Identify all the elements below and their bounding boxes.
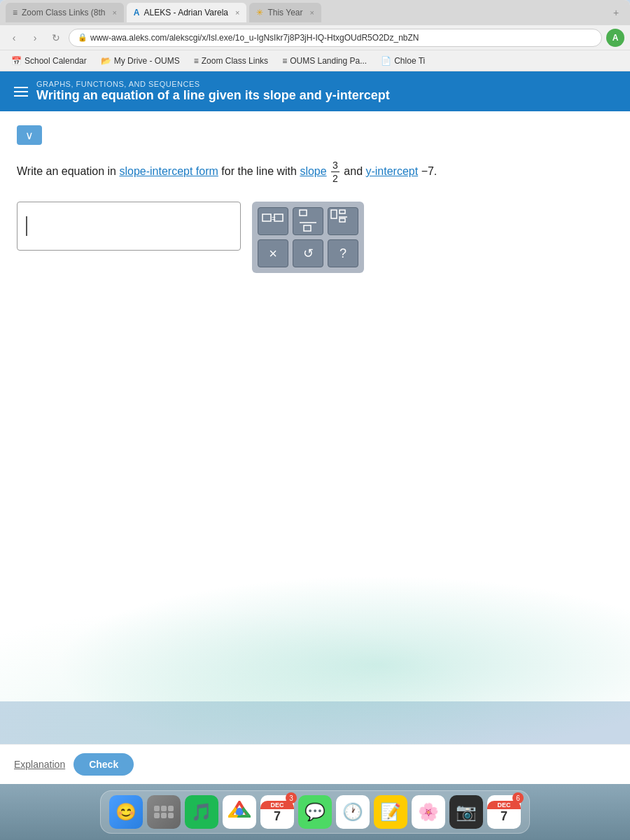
math-keyboard: = — [252, 202, 364, 273]
bookmark-icon-2: 📂 — [101, 56, 111, 66]
dock-spotify[interactable]: 🎵 — [185, 795, 218, 829]
problem-intercept-value: −7. — [421, 165, 438, 177]
tab-label-2: ALEKS - Adrian Varela — [144, 8, 229, 18]
slope-intercept-form-link[interactable]: slope-intercept form — [119, 165, 218, 177]
dock-photos[interactable]: 🌸 — [412, 795, 445, 829]
text-cursor — [26, 216, 27, 236]
decorative-background — [0, 560, 630, 701]
tab-close-1[interactable]: × — [112, 8, 116, 17]
bookmarks-bar: 📅 School Calendar 📂 My Drive - OUMS ≡ Zo… — [0, 50, 630, 71]
dock: 😊 🎵 3 — [100, 790, 530, 834]
date-badge: 6 — [512, 792, 524, 804]
problem-and: and — [344, 165, 365, 177]
dock-launchpad[interactable] — [147, 795, 181, 829]
problem-text: Write an equation in slope-intercept for… — [17, 159, 613, 185]
equation-key[interactable]: = — [258, 207, 288, 235]
dock-finder[interactable]: 😊 — [109, 795, 143, 829]
tab-close-3[interactable]: × — [310, 8, 314, 17]
finder-icon: 😊 — [115, 802, 136, 822]
answer-box[interactable] — [17, 202, 241, 251]
bookmark-my-drive[interactable]: 📂 My Drive - OUMS — [95, 55, 186, 67]
answer-section: = — [17, 202, 613, 273]
browser-window: ≡ Zoom Class Links (8th × A ALEKS - Adri… — [0, 0, 630, 701]
spotify-icon: 🎵 — [191, 802, 212, 822]
lock-icon: 🔒 — [78, 33, 88, 42]
tab-label-3: This Year — [267, 8, 302, 18]
tab-bar: ≡ Zoom Class Links (8th × A ALEKS - Adri… — [0, 0, 630, 25]
bookmark-label-1: School Calendar — [24, 56, 87, 66]
hamburger-menu[interactable] — [14, 87, 28, 97]
undo-key[interactable]: ↺ — [293, 239, 323, 267]
slope-link[interactable]: slope — [300, 165, 326, 177]
problem-area: ∨ Write an equation in slope-intercept f… — [0, 111, 630, 308]
mixed-fraction-key[interactable] — [328, 207, 358, 235]
dock-facetime[interactable]: 📷 — [449, 795, 483, 829]
svg-rect-5 — [304, 225, 311, 231]
page-content: GRAPHS, FUNCTIONS, AND SEQUENCES Writing… — [0, 71, 630, 701]
launchpad-icon — [154, 806, 174, 818]
fraction-display: 3 2 — [330, 165, 344, 177]
bookmark-school-calendar[interactable]: 📅 School Calendar — [6, 55, 92, 67]
bookmark-icon-1: 📅 — [11, 56, 22, 66]
bookmark-label-3: Zoom Class Links — [202, 56, 268, 66]
svg-rect-0 — [262, 214, 271, 221]
aleks-header: GRAPHS, FUNCTIONS, AND SEQUENCES Writing… — [0, 71, 630, 111]
tab-icon-1: ≡ — [13, 8, 18, 18]
help-key[interactable]: ? — [328, 239, 358, 267]
chrome-icon — [228, 801, 251, 823]
address-bar: ‹ › ↻ 🔒 www-awa.aleks.com/alekscgi/x/Isl… — [0, 25, 630, 50]
notes-icon: 📝 — [380, 802, 401, 822]
dock-calendar[interactable]: 3 DEC 7 — [260, 795, 294, 829]
bookmark-icon-5: 📄 — [381, 56, 391, 66]
dock-date[interactable]: 6 DEC 7 — [487, 795, 521, 829]
reload-button[interactable]: ↻ — [48, 29, 64, 46]
bookmark-label-5: Chloe Ti — [394, 56, 425, 66]
header-text: GRAPHS, FUNCTIONS, AND SEQUENCES Writing… — [36, 80, 616, 103]
tab-label-1: Zoom Class Links (8th — [22, 8, 105, 18]
date-day-label: 7 — [500, 809, 507, 824]
bookmark-chloe[interactable]: 📄 Chloe Ti — [375, 55, 430, 67]
svg-point-12 — [236, 808, 243, 816]
facetime-icon: 📷 — [456, 802, 477, 822]
multiply-key[interactable]: × — [258, 239, 288, 267]
hamburger-line-2 — [14, 91, 28, 92]
tab-this-year[interactable]: ✳ This Year × — [249, 3, 321, 22]
bookmark-icon-4: ≡ — [282, 56, 287, 66]
bookmark-oums-landing[interactable]: ≡ OUMS Landing Pa... — [276, 55, 372, 67]
dropdown-toggle[interactable]: ∨ — [17, 125, 42, 145]
dock-notes[interactable]: 📝 — [374, 795, 407, 829]
svg-rect-9 — [340, 218, 345, 222]
problem-middle: for the line with — [221, 165, 300, 177]
address-input[interactable]: 🔒 www-awa.aleks.com/alekscgi/x/Isl.exe/1… — [69, 29, 602, 47]
calendar-day: 7 — [274, 809, 281, 824]
hamburger-line-1 — [14, 87, 28, 88]
forward-button[interactable]: › — [27, 29, 43, 46]
header-title: Writing an equation of a line given its … — [36, 88, 616, 103]
y-intercept-link[interactable]: y-intercept — [365, 165, 418, 177]
tab-aleks[interactable]: A ALEKS - Adrian Varela × — [127, 3, 247, 22]
fraction-key[interactable] — [293, 207, 323, 235]
tab-zoom-class[interactable]: ≡ Zoom Class Links (8th × — [6, 3, 124, 22]
bookmark-label-4: OUMS Landing Pa... — [290, 56, 367, 66]
dock-clock[interactable]: 🕐 — [336, 795, 370, 829]
tab-icon-2: A — [134, 8, 140, 18]
dock-chrome[interactable] — [223, 795, 256, 829]
bookmark-zoom-class[interactable]: ≡ Zoom Class Links — [188, 55, 274, 67]
bookmark-label-2: My Drive - OUMS — [114, 56, 180, 66]
address-text: www-awa.aleks.com/alekscgi/x/Isl.exe/1o_… — [90, 33, 419, 43]
dock-messages[interactable]: 💬 — [298, 795, 332, 829]
fraction-denominator: 2 — [331, 172, 340, 185]
new-tab-button[interactable]: + — [608, 4, 624, 21]
clock-icon: 🕐 — [342, 802, 363, 822]
profile-button[interactable]: A — [606, 29, 624, 47]
hamburger-line-3 — [14, 95, 28, 97]
calendar-badge: 3 — [286, 792, 297, 804]
messages-icon: 💬 — [304, 802, 326, 822]
photos-icon: 🌸 — [418, 802, 439, 822]
tab-close-2[interactable]: × — [235, 8, 239, 17]
svg-rect-7 — [340, 210, 345, 214]
svg-rect-6 — [331, 210, 337, 218]
macos-dock-area: 😊 🎵 3 — [0, 784, 630, 840]
fraction-numerator: 3 — [331, 159, 340, 172]
back-button[interactable]: ‹ — [6, 29, 22, 46]
